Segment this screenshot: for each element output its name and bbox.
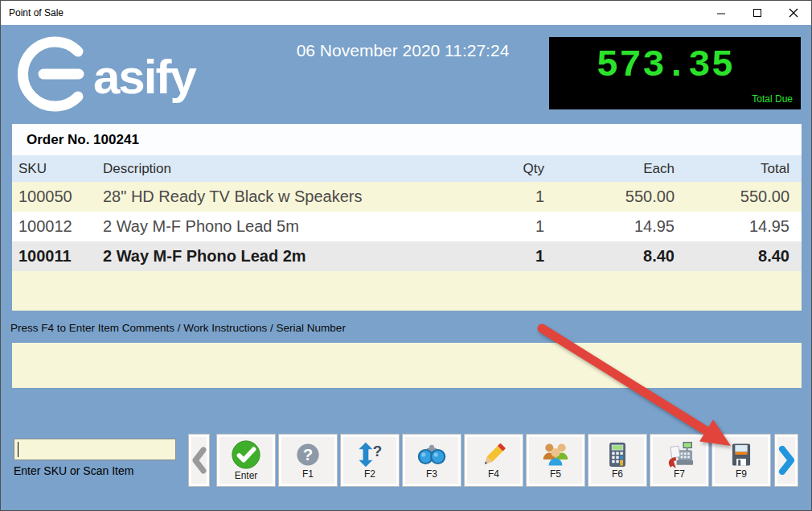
maximize-button[interactable] [739,1,775,25]
pos-window: Point of Sale asify 06 November 2020 11:… [0,0,812,511]
cell-description: 2 Way M-F Phono Lead 5m [103,217,400,236]
button-label: F1 [302,469,314,480]
column-header-total: Total [675,161,802,177]
f6-calculator-button[interactable]: F6 [588,434,647,487]
scroll-back-button[interactable] [188,434,210,487]
close-icon [789,8,798,18]
cell-each: 14.95 [544,217,675,236]
button-label: F3 [426,469,437,480]
svg-text:?: ? [303,446,313,464]
close-button[interactable] [775,1,811,25]
button-label: F9 [736,469,747,480]
svg-text:?: ? [373,443,382,459]
scroll-forward-button[interactable] [774,434,798,487]
cell-each: 8.40 [544,247,675,266]
table-row[interactable]: 100011 2 Way M-F Phono Lead 2m 1 8.40 8.… [12,241,802,271]
cell-qty: 1 [400,188,544,206]
brand-text: asify [93,49,195,105]
order-panel: Order No. 100241 SKU Description Qty Eac… [12,124,802,311]
window-title: Point of Sale [1,7,64,19]
column-header-description: Description [103,161,400,177]
cell-qty: 1 [400,217,544,236]
cell-total: 550.00 [675,188,802,206]
easify-logo: asify [13,35,278,113]
easify-e-icon [13,35,100,113]
item-comments-box[interactable] [12,343,802,388]
column-header-qty: Qty [400,161,544,177]
save-floppy-icon [728,441,755,468]
column-header-sku: SKU [12,161,103,177]
f9-save-button[interactable]: F9 [712,434,771,487]
help-question-icon: ? [294,441,322,468]
cash-register-refund-icon [665,441,694,468]
f4-hint-text: Press F4 to Enter Item Comments / Work I… [10,322,346,334]
button-label: F7 [674,469,685,480]
calculator-icon [604,441,631,468]
maximize-icon [753,8,762,18]
chevron-right-icon [777,446,795,475]
column-header-each: Each [544,161,675,177]
f3-search-button[interactable]: F3 [402,434,461,487]
text-caret [18,442,18,457]
table-row[interactable]: 100012 2 Way M-F Phono Lead 5m 1 14.95 1… [12,212,802,241]
table-row[interactable]: 100050 28" HD Ready TV Black w Speakers … [12,182,802,212]
up-down-arrows-question-icon: ? [356,441,383,468]
sku-input[interactable] [14,439,176,460]
button-label: F6 [612,469,623,480]
minimize-button[interactable] [703,1,739,25]
button-label: Enter [235,471,258,481]
button-label: F2 [364,469,375,480]
people-group-icon [541,441,570,468]
enter-button[interactable]: Enter [216,434,276,487]
title-bar: Point of Sale [1,1,811,25]
cell-qty: 1 [400,247,544,266]
check-circle-icon [231,439,261,470]
f7-refund-button[interactable]: F7 [650,434,709,487]
pencil-icon [480,441,507,468]
cell-each: 550.00 [544,188,675,206]
datetime-display: 06 November 2020 11:27:24 [266,41,539,60]
sku-input-label: Enter SKU or Scan Item [14,464,133,477]
f1-help-button[interactable]: ? F1 [278,434,338,487]
chevron-left-icon [191,447,207,474]
total-due-amount: 573.35 [549,45,781,87]
button-label: F4 [488,469,499,480]
order-grid-header: SKU Description Qty Each Total [12,155,802,182]
window-controls [703,1,811,25]
cell-description: 28" HD Ready TV Black w Speakers [103,188,400,206]
cell-sku: 100012 [12,217,103,236]
cell-total: 8.40 [675,247,802,266]
minimize-icon [716,8,726,18]
order-number-title: Order No. 100241 [12,124,802,155]
button-label: F5 [550,469,561,480]
cell-sku: 100050 [12,188,103,206]
total-due-label: Total Due [752,93,793,105]
binoculars-icon [416,441,447,468]
f5-customers-button[interactable]: F5 [526,434,585,487]
f2-quantity-button[interactable]: ? F2 [340,434,400,487]
total-due-display: 573.35 Total Due [549,37,801,109]
cell-description: 2 Way M-F Phono Lead 2m [103,247,400,266]
cell-total: 14.95 [675,217,802,236]
f4-edit-button[interactable]: F4 [464,434,523,487]
cell-sku: 100011 [12,247,103,266]
